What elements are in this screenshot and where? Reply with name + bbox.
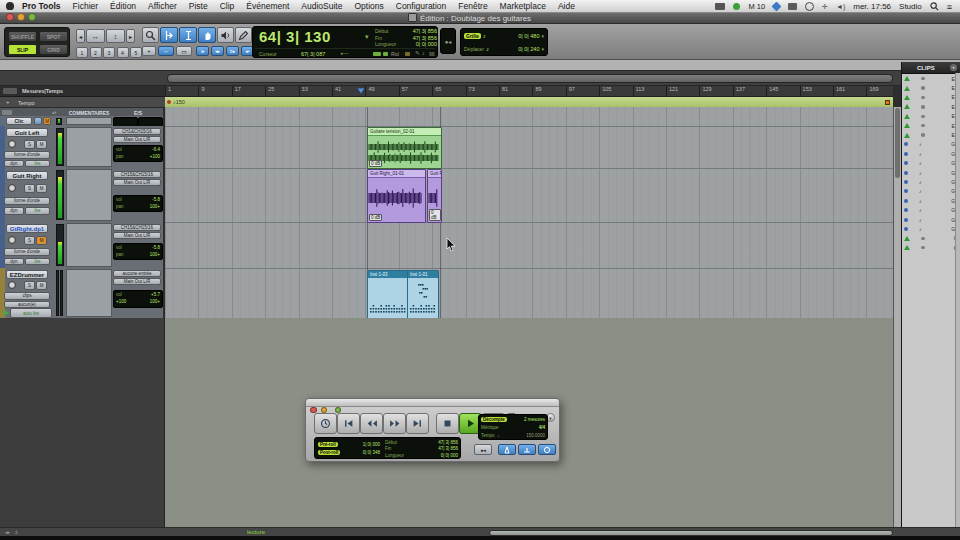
automation-mode-button[interactable]: dyn bbox=[4, 160, 24, 168]
zoom-preset-1[interactable]: 1 bbox=[76, 47, 88, 58]
clips-list-item[interactable]: ♪Gu bbox=[902, 149, 960, 158]
vertical-scrollbar[interactable] bbox=[893, 107, 901, 527]
input-selector[interactable]: CH15&CH15/16 bbox=[113, 171, 161, 178]
menu-app[interactable]: Pro Tools bbox=[16, 1, 67, 11]
close-icon[interactable] bbox=[310, 407, 317, 414]
deplacer-value[interactable]: 0| 0| 240 bbox=[518, 46, 539, 52]
tab-to-transient-button[interactable]: + bbox=[142, 46, 156, 56]
metronome-button[interactable] bbox=[498, 444, 516, 455]
auto-mode-row[interactable]: auto lire bbox=[4, 309, 52, 317]
clip-guit-right-2[interactable]: Guit Ri 0 dB bbox=[427, 169, 442, 223]
mute-button[interactable]: M bbox=[36, 184, 47, 193]
solo-button[interactable] bbox=[34, 117, 42, 125]
grille-menu-icon[interactable]: ▾ bbox=[541, 33, 544, 39]
track-guit-left[interactable]: Guit Left S M forme d'onde dyn lire CH1&… bbox=[0, 126, 163, 169]
postroll-label[interactable]: Post-roll bbox=[318, 450, 340, 455]
spotlight-icon[interactable] bbox=[930, 2, 939, 11]
decompte-value[interactable]: 2 mesures bbox=[524, 417, 545, 422]
tempo-label[interactable]: Tempo bbox=[481, 433, 495, 438]
track-height-icon[interactable]: ▴▾ bbox=[52, 110, 57, 115]
tempo-row-label[interactable]: Tempo bbox=[18, 100, 35, 106]
close-icon[interactable] bbox=[6, 13, 14, 21]
zoom-out-arrow-button[interactable]: ◂ bbox=[76, 29, 85, 43]
input-selector[interactable]: aucune entrée bbox=[113, 270, 161, 277]
mirror-midi-button[interactable]: ⁞▸ bbox=[196, 46, 209, 56]
comments-cell[interactable] bbox=[66, 269, 112, 317]
tempo-value[interactable]: 150.0000 bbox=[526, 433, 545, 438]
track-view-selector[interactable]: forme d'onde bbox=[4, 151, 50, 159]
display-icon[interactable] bbox=[715, 3, 725, 10]
keyboard-icon[interactable]: ✛ bbox=[822, 3, 828, 11]
sync-icon[interactable] bbox=[733, 3, 740, 10]
solo-button[interactable]: S bbox=[24, 140, 35, 149]
clips-list-item[interactable]: EZ bbox=[902, 93, 960, 102]
clip-guitare-tension[interactable]: Guitare tension_02-01 0 dB bbox=[367, 127, 442, 169]
link-timeline-selection-button[interactable]: ↔ bbox=[158, 46, 174, 56]
conductor-button[interactable] bbox=[538, 444, 556, 455]
clips-list-item[interactable]: EZ bbox=[902, 102, 960, 111]
menu-user[interactable]: Studio bbox=[899, 2, 922, 11]
clips-list-item[interactable]: ♪Gu bbox=[902, 177, 960, 186]
pencil-mini-icon[interactable]: ✎ bbox=[415, 50, 420, 56]
sel-debut-value[interactable]: 47| 3| 856 bbox=[438, 440, 458, 445]
slip-mode-button[interactable]: SLIP bbox=[8, 44, 37, 55]
lane-gtright-dp1[interactable] bbox=[165, 222, 893, 269]
deplacer-label[interactable]: Déplacer bbox=[464, 46, 484, 52]
deplacer-menu-icon[interactable]: ▾ bbox=[541, 46, 544, 52]
menu-item-1[interactable]: Fichier bbox=[67, 1, 105, 11]
record-arm-button[interactable] bbox=[8, 236, 16, 244]
selector-tool-button[interactable] bbox=[179, 27, 197, 43]
clips-list-item[interactable]: ♪Gu bbox=[902, 187, 960, 196]
clips-list-item[interactable]: ♪Gu bbox=[902, 224, 960, 233]
solo-button[interactable]: S bbox=[24, 281, 35, 290]
menu-item-7[interactable]: AudioSuite bbox=[295, 1, 348, 11]
notification-center-icon[interactable]: ≡ bbox=[947, 2, 952, 12]
ruler-view-icon[interactable] bbox=[3, 88, 17, 94]
vol-pan-display[interactable]: vol-5.8 pan100+ bbox=[113, 243, 163, 260]
vol-pan-display[interactable]: vol-6.4 pan+100 bbox=[113, 145, 163, 162]
vol-pan-display[interactable]: vol-5.8 pan100+ bbox=[113, 195, 163, 212]
menu-item-2[interactable]: Édition bbox=[104, 1, 142, 11]
clips-list-item[interactable]: ♪Gu bbox=[902, 215, 960, 224]
clips-scrollbar[interactable] bbox=[955, 73, 960, 527]
transport-window[interactable]: ▴ ▾ ▾ Décompte2 mesures Métrique4/4 Temp… bbox=[305, 398, 560, 462]
deplacer-note-icon[interactable]: ♪ bbox=[486, 46, 489, 52]
countoff-button[interactable]: ●◂ bbox=[474, 444, 492, 455]
metrique-label[interactable]: Métrique bbox=[481, 425, 499, 430]
lane-guit-left[interactable] bbox=[165, 126, 893, 169]
mute-button[interactable]: M bbox=[36, 140, 47, 149]
vertical-scroll-thumb[interactable] bbox=[895, 108, 900, 178]
time-machine-icon[interactable] bbox=[805, 2, 814, 11]
input-selector[interactable]: CH15&CH15/16 bbox=[113, 224, 161, 231]
tempo-marker-value[interactable]: ♪150 bbox=[173, 99, 185, 105]
zoom-preset-3[interactable]: 3 bbox=[103, 47, 115, 58]
auto-lire-button[interactable]: auto lire bbox=[10, 308, 52, 318]
output-selector[interactable]: Main Out L/R bbox=[113, 278, 161, 285]
clip-gain-badge[interactable]: 0 dB bbox=[429, 209, 441, 221]
link-track-selection-button[interactable]: ▭ bbox=[176, 46, 192, 56]
metrique-value[interactable]: 4/4 bbox=[539, 425, 545, 430]
clips-menu-icon[interactable]: ▾ bbox=[950, 64, 957, 71]
track-name[interactable]: Guit Right bbox=[6, 171, 48, 180]
fast-forward-button[interactable] bbox=[383, 413, 406, 434]
menu-item-11[interactable]: Marketplace bbox=[494, 1, 552, 11]
output-selector[interactable]: Main Out L/R bbox=[113, 179, 161, 186]
clips-list-item[interactable]: EZ bbox=[902, 130, 960, 139]
midi-status[interactable]: M 10 bbox=[748, 2, 765, 11]
window-title-bar[interactable]: Édition : Doublage des guitares bbox=[0, 13, 960, 24]
menu-item-12[interactable]: Aide bbox=[552, 1, 581, 11]
scrubber-tool-button[interactable] bbox=[217, 27, 234, 43]
ruler-header-label[interactable]: Mesures|Temps bbox=[22, 88, 63, 94]
clips-list-item[interactable]: EZ bbox=[902, 112, 960, 121]
clip-gain-badge[interactable]: 0 dB bbox=[369, 214, 382, 221]
sel-fin-value[interactable]: 47| 3| 856 bbox=[438, 446, 458, 451]
lane-ezdrummer[interactable] bbox=[165, 268, 893, 319]
menu-item-6[interactable]: Événement bbox=[240, 1, 295, 11]
clip-inst-1-03[interactable]: Inst 1-03 bbox=[367, 270, 409, 319]
volume-icon[interactable]: ◄) bbox=[836, 3, 845, 10]
lane-clic[interactable] bbox=[165, 107, 893, 127]
spot-mode-button[interactable]: SPOT bbox=[39, 31, 68, 42]
vol-pan-display[interactable]: vol+5.7 +100100+ bbox=[113, 290, 163, 308]
timeline-insertion-led[interactable] bbox=[373, 52, 381, 56]
clip-guit-right-1[interactable]: Guit Right_01-01 0 dB bbox=[367, 169, 426, 223]
